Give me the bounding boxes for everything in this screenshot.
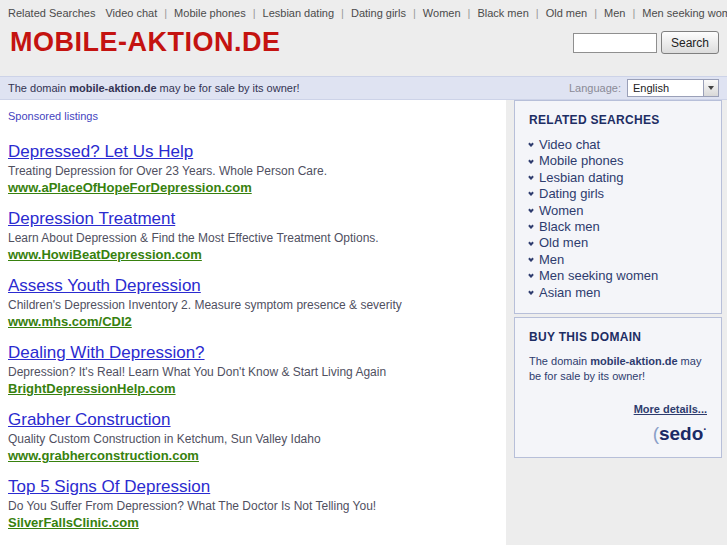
search-box: Search: [573, 31, 719, 54]
related-search-label: Mobile phones: [539, 153, 624, 169]
related-search-link[interactable]: Women: [529, 203, 707, 219]
arrow-bullet-icon: [528, 223, 534, 229]
sedo-logo-text: sedo: [659, 423, 703, 444]
top-nav-item[interactable]: Men seeking women: [625, 7, 727, 19]
listing-url-link[interactable]: www.aPlaceOfHopeForDepression.com: [8, 180, 252, 195]
related-search-link[interactable]: Men seeking women: [529, 268, 707, 284]
listing-description: Treating Depression for Over 23 Years. W…: [8, 164, 496, 178]
listing-item: Assess Youth Depression Children's Depre…: [8, 276, 496, 330]
related-search-link[interactable]: Old men: [529, 235, 707, 251]
related-search-label: Black men: [539, 219, 600, 235]
related-search-label: Lesbian dating: [539, 170, 624, 186]
related-search-link[interactable]: Dating girls: [529, 186, 707, 202]
listing-title-link[interactable]: Assess Youth Depression: [8, 276, 496, 296]
site-logo: MOBILE-AKTION.DE: [10, 27, 281, 58]
arrow-bullet-icon: [528, 289, 534, 295]
listing-description: Do You Suffer From Depression? What The …: [8, 499, 496, 513]
top-nav-item[interactable]: Lesbian dating: [246, 7, 334, 19]
arrow-bullet-icon: [528, 207, 534, 213]
brand-row: MOBILE-AKTION.DE Search: [0, 19, 727, 58]
listing-item: Top 5 Signs Of Depression Do You Suffer …: [8, 477, 496, 531]
related-searches-heading: RELATED SEARCHES: [529, 113, 707, 127]
sidebar: RELATED SEARCHES Video chat Mobile phone…: [514, 100, 722, 458]
sponsored-listings-label: Sponsored listings: [8, 110, 496, 122]
listing-item: Depressed? Let Us Help Treating Depressi…: [8, 142, 496, 196]
listing-title-link[interactable]: Depressed? Let Us Help: [8, 142, 496, 162]
top-nav: Related SearchesVideo chatMobile phonesL…: [0, 0, 727, 19]
listing-description: Children's Depression Inventory 2. Measu…: [8, 298, 496, 312]
listing-title-link[interactable]: Top 5 Signs Of Depression: [8, 477, 496, 497]
related-search-label: Video chat: [539, 137, 600, 153]
language-select[interactable]: English: [627, 79, 719, 97]
related-search-link[interactable]: Black men: [529, 219, 707, 235]
header: Related SearchesVideo chatMobile phonesL…: [0, 0, 727, 76]
arrow-bullet-icon: [528, 273, 534, 279]
sponsored-listings-panel: Sponsored listings Depressed? Let Us Hel…: [0, 100, 506, 545]
buy-domain-box: BUY THIS DOMAIN The domain mobile-aktion…: [514, 317, 722, 458]
top-nav-item[interactable]: Video chat: [105, 7, 157, 19]
related-search-link[interactable]: Lesbian dating: [529, 170, 707, 186]
arrow-bullet-icon: [528, 158, 534, 164]
listing-url-link[interactable]: www.grabherconstruction.com: [8, 448, 199, 463]
search-input[interactable]: [573, 33, 657, 53]
listing-url-link[interactable]: SilverFallsClinic.com: [8, 515, 139, 530]
arrow-bullet-icon: [528, 240, 534, 246]
language-area: Language: English: [569, 79, 719, 97]
related-searches-label: Related Searches: [8, 7, 95, 19]
domain-sale-prefix: The domain: [8, 82, 69, 94]
related-search-label: Men: [539, 252, 564, 268]
related-search-label: Women: [539, 203, 584, 219]
listing-item: Dealing With Depression? Depression? It'…: [8, 343, 496, 397]
sedo-logo[interactable]: sedo: [529, 423, 707, 445]
chevron-down-icon: [703, 80, 718, 96]
buy-domain-text: The domain mobile-aktion.de may be for s…: [529, 354, 707, 385]
listing-title-link[interactable]: Dealing With Depression?: [8, 343, 496, 363]
top-nav-item[interactable]: Dating girls: [334, 7, 406, 19]
related-search-link[interactable]: Mobile phones: [529, 153, 707, 169]
listings: Depressed? Let Us Help Treating Depressi…: [8, 142, 496, 545]
language-select-value: English: [628, 82, 669, 94]
listing-description: Learn About Depression & Find the Most E…: [8, 231, 496, 245]
related-search-label: Asian men: [539, 285, 600, 301]
related-search-label: Old men: [539, 235, 588, 251]
listing-title-link[interactable]: Grabher Construction: [8, 410, 496, 430]
more-details-link[interactable]: More details...: [529, 403, 707, 415]
related-searches-list: Video chat Mobile phones Lesbian dating …: [529, 137, 707, 301]
search-button[interactable]: Search: [661, 31, 719, 54]
language-label: Language:: [569, 82, 621, 94]
listing-url-link[interactable]: www.HowiBeatDepression.com: [8, 247, 202, 262]
listing-item: Depression Treatment Learn About Depress…: [8, 209, 496, 263]
listing-url-link[interactable]: BrightDepressionHelp.com: [8, 381, 176, 396]
sedo-dot-icon: [703, 423, 707, 444]
listing-url-link[interactable]: www.mhs.com/CDI2: [8, 314, 132, 329]
related-search-link[interactable]: Video chat: [529, 137, 707, 153]
listing-title-link[interactable]: Depression Treatment: [8, 209, 496, 229]
arrow-bullet-icon: [528, 141, 534, 147]
buy-domain-name: mobile-aktion.de: [590, 355, 677, 367]
domain-name: mobile-aktion.de: [69, 82, 156, 94]
buy-domain-prefix: The domain: [529, 355, 590, 367]
top-nav-items: Video chatMobile phonesLesbian datingDat…: [105, 7, 727, 19]
listing-description: Quality Custom Construction in Ketchum, …: [8, 432, 496, 446]
top-nav-item[interactable]: Black men: [461, 7, 529, 19]
related-searches-box: RELATED SEARCHES Video chat Mobile phone…: [514, 100, 722, 314]
arrow-bullet-icon: [528, 256, 534, 262]
top-nav-item[interactable]: Mobile phones: [157, 7, 245, 19]
top-nav-item[interactable]: Women: [406, 7, 461, 19]
arrow-bullet-icon: [528, 191, 534, 197]
domain-sale-suffix: may be for sale by its owner!: [157, 82, 300, 94]
related-search-label: Men seeking women: [539, 268, 658, 284]
buy-domain-heading: BUY THIS DOMAIN: [529, 330, 707, 344]
related-search-link[interactable]: Men: [529, 252, 707, 268]
arrow-bullet-icon: [528, 174, 534, 180]
domain-sale-bar: The domain mobile-aktion.de may be for s…: [0, 76, 727, 100]
related-search-label: Dating girls: [539, 186, 604, 202]
related-search-link[interactable]: Asian men: [529, 285, 707, 301]
listing-item: Grabher Construction Quality Custom Cons…: [8, 410, 496, 464]
top-nav-item[interactable]: Old men: [529, 7, 587, 19]
listing-description: Depression? It's Real! Learn What You Do…: [8, 365, 496, 379]
main-area: Sponsored listings Depressed? Let Us Hel…: [0, 100, 727, 545]
top-nav-item[interactable]: Men: [587, 7, 625, 19]
domain-sale-text: The domain mobile-aktion.de may be for s…: [8, 82, 300, 94]
